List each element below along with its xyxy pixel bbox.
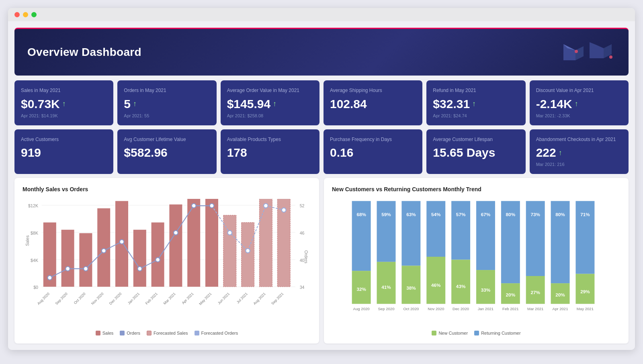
metric-label: Average Shipping Hours <box>330 88 416 94</box>
close-button[interactable] <box>14 12 20 17</box>
svg-text:52: 52 <box>300 204 305 209</box>
legend-forecasted-sales: Forecasted Sales <box>147 331 188 335</box>
svg-point-34 <box>264 204 268 208</box>
svg-text:71%: 71% <box>580 212 590 217</box>
svg-point-7 <box>609 55 612 59</box>
svg-text:73%: 73% <box>530 212 540 217</box>
metric-subtext: Mar 2021: -2.33K <box>536 113 622 118</box>
metric-card-3: Average Shipping Hours 102.84 <box>324 80 422 125</box>
svg-text:Oct 2020: Oct 2020 <box>403 307 419 311</box>
bar-12 <box>259 199 272 287</box>
chart2-legend: New Customer Returning Customer <box>332 331 620 335</box>
svg-point-23 <box>66 267 70 271</box>
svg-text:Apr 2021: Apr 2021 <box>553 307 568 311</box>
metric-card-3: Purchase Frequency in Days 0.16 <box>324 129 422 174</box>
metric-value: $145.94 ↑ <box>227 97 313 111</box>
svg-text:Nov 2020: Nov 2020 <box>90 292 104 305</box>
svg-text:80%: 80% <box>506 212 516 217</box>
svg-rect-63 <box>426 257 445 304</box>
metric-subtext: Mar 2021: 216 <box>536 162 622 167</box>
chart1-legend: Sales Orders Forecasted Sales Forecasted… <box>23 331 311 335</box>
svg-text:Mar 2021: Mar 2021 <box>163 292 176 305</box>
bar-7 <box>169 204 182 287</box>
trend-up-icon: ↑ <box>62 100 66 108</box>
svg-text:63%: 63% <box>406 212 416 217</box>
metric-label: Purchase Frequency in Days <box>330 137 416 143</box>
svg-rect-71 <box>476 270 495 304</box>
svg-point-3 <box>575 50 578 53</box>
metric-value: 222 ↑ <box>536 146 622 160</box>
svg-text:Sep 2020: Sep 2020 <box>55 292 68 305</box>
svg-rect-54 <box>377 201 396 262</box>
metric-label: Average Customer Lifespan <box>433 137 519 143</box>
chart-customers: New Customers vs Returning Customers Mon… <box>324 178 629 344</box>
dashboard-header: Overview Dashboard <box>14 28 629 76</box>
svg-text:Jul 2021: Jul 2021 <box>236 292 248 304</box>
svg-text:32%: 32% <box>356 287 366 292</box>
minimize-button[interactable] <box>23 12 28 17</box>
maximize-button[interactable] <box>31 12 37 17</box>
metric-card-4: Refund in May 2021 $32.31 ↑ Apr 2021: $2… <box>426 80 525 125</box>
svg-text:Oct 2020: Oct 2020 <box>73 292 86 305</box>
svg-point-29 <box>174 231 178 235</box>
header-decoration <box>551 40 616 64</box>
metric-label: Abandonment Checkouts in Apr 2021 <box>536 137 622 143</box>
svg-text:Aug 2020: Aug 2020 <box>353 307 370 311</box>
svg-text:May 2021: May 2021 <box>577 307 594 311</box>
metric-card-0: Sales in May 2021 $0.73K ↑ Apr 2021: $14… <box>14 80 113 125</box>
window: Overview Dashboard Sales in May 2021 $0.… <box>8 8 635 350</box>
metric-card-2: Available Products Types 178 <box>221 129 319 174</box>
metric-label: Active Customers <box>21 137 107 143</box>
trend-up-icon: ↑ <box>575 100 578 108</box>
metric-card-2: Average Order Value in May 2021 $145.94 … <box>221 80 319 125</box>
metric-value: $0.73K ↑ <box>21 97 107 111</box>
svg-rect-66 <box>451 201 470 260</box>
svg-text:Sep 2021: Sep 2021 <box>270 292 284 305</box>
bar-6 <box>152 223 164 287</box>
metric-label: Discount Value in Apr 2021 <box>536 88 622 94</box>
chart-sales-orders: Monthly Sales vs Orders $12K $8K $4K $0 … <box>14 178 319 344</box>
metric-subtext: Apr 2021: $24.74 <box>433 113 519 118</box>
dashboard: Overview Dashboard Sales in May 2021 $0.… <box>8 21 635 350</box>
metric-label: Avg Customer Lifetime Value <box>124 137 210 143</box>
svg-point-27 <box>137 267 142 271</box>
bar-2 <box>79 233 92 287</box>
chart1-title: Monthly Sales vs Orders <box>23 186 311 192</box>
metric-card-5: Discount Value in Apr 2021 -2.14K ↑ Mar … <box>530 80 629 125</box>
dashboard-title: Overview Dashboard <box>27 46 141 59</box>
svg-text:Jan 2021: Jan 2021 <box>127 292 140 305</box>
svg-rect-62 <box>426 201 445 257</box>
metric-value: $582.96 <box>124 146 210 160</box>
svg-text:Nov 2020: Nov 2020 <box>428 307 444 311</box>
svg-text:Dec 2020: Dec 2020 <box>453 307 469 311</box>
svg-text:$8K: $8K <box>31 231 38 235</box>
metric-label: Available Products Types <box>227 137 313 143</box>
svg-text:29%: 29% <box>580 289 590 294</box>
svg-rect-55 <box>377 262 396 304</box>
svg-rect-59 <box>401 266 420 304</box>
svg-text:57%: 57% <box>456 212 466 217</box>
metric-card-0: Active Customers 919 <box>14 129 113 174</box>
svg-text:38%: 38% <box>406 285 416 290</box>
svg-point-25 <box>102 249 106 253</box>
metric-value: 178 <box>227 146 313 160</box>
metric-value: 5 ↑ <box>124 97 210 111</box>
svg-text:Jan 2021: Jan 2021 <box>478 307 494 311</box>
bar-5 <box>133 230 146 287</box>
svg-point-33 <box>246 249 250 253</box>
svg-text:$0: $0 <box>33 285 38 290</box>
svg-point-28 <box>156 258 160 262</box>
chart1-area: $12K $8K $4K $0 Sales 52 46 40 34 Orders <box>23 199 311 327</box>
metric-card-5: Abandonment Checkouts in Apr 2021 222 ↑ … <box>530 129 629 174</box>
svg-rect-58 <box>401 201 420 266</box>
metric-subtext: Apr 2021: 55 <box>124 113 210 118</box>
metric-card-4: Average Customer Lifespan 15.65 Days <box>426 129 525 174</box>
svg-text:Mar 2021: Mar 2021 <box>527 307 544 311</box>
chart2-area: 68% 32% 59% 41% 63% 38% <box>332 199 620 327</box>
svg-point-24 <box>84 267 88 271</box>
svg-point-26 <box>120 240 124 244</box>
svg-text:46: 46 <box>300 231 305 235</box>
trend-up-icon: ↑ <box>559 149 562 157</box>
metric-value: 0.16 <box>330 146 416 160</box>
charts-row: Monthly Sales vs Orders $12K $8K $4K $0 … <box>14 178 629 344</box>
